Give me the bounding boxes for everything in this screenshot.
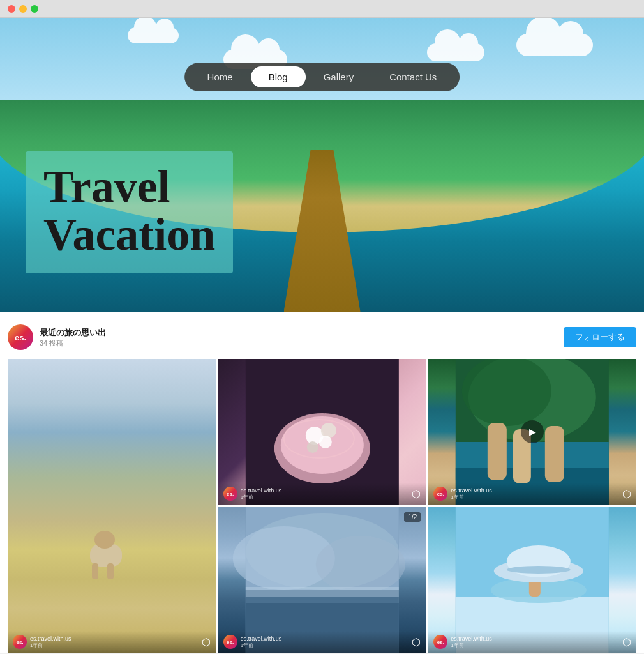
photo-overlay-video: es. es.travel.with.us 1年前 ⬡ — [428, 483, 636, 505]
photo-overlay-sky: es. es.travel.with.us 1年前 ⬡ — [218, 631, 426, 653]
overlay-info-video: es.travel.with.us 1年前 — [451, 487, 492, 501]
instagram-icon-hat: ⬡ — [622, 636, 631, 648]
dog-head — [94, 531, 115, 549]
hero-title-box: Travel Vacation — [26, 151, 233, 273]
overlay-left-dog: es. es.travel.with.us 1年前 — [13, 635, 71, 649]
dog-leg-right — [107, 563, 114, 579]
cloud-1 — [516, 34, 593, 56]
profile-posts-count: 34 投稿 — [40, 338, 106, 348]
svg-point-5 — [318, 436, 331, 448]
dog-leg-left — [92, 563, 98, 579]
cloud-3 — [128, 27, 179, 43]
overlay-left-hat: es. es.travel.with.us 1年前 — [433, 635, 492, 649]
photo-overlay-dog: es. es.travel.with.us 1年前 ⬡ — [8, 631, 216, 653]
photo-item-video[interactable]: ▶ es. es.travel.with.us 1年前 ⬡ — [428, 359, 636, 505]
overlay-left-sky: es. es.travel.with.us 1年前 — [223, 635, 282, 649]
navigation-bar: Home Blog Gallery Contact Us — [184, 63, 460, 91]
overlay-username-hat: es.travel.with.us — [451, 635, 492, 642]
profile-info: 最近の旅の思い出 34 投稿 — [40, 327, 106, 348]
nav-blog[interactable]: Blog — [251, 66, 306, 87]
svg-point-20 — [315, 536, 405, 593]
play-button[interactable]: ▶ — [521, 420, 544, 443]
social-header: es. 最近の旅の思い出 34 投稿 フォローする — [8, 322, 636, 359]
svg-point-4 — [320, 423, 336, 438]
photo-item-dog[interactable]: es. es.travel.with.us 1年前 ⬡ — [8, 359, 216, 653]
overlay-time-food: 1年前 — [241, 494, 282, 501]
overlay-info-food: es.travel.with.us 1年前 — [241, 487, 282, 501]
hero-section: Home Blog Gallery Contact Us Travel Vaca… — [0, 18, 644, 312]
cloud-2 — [427, 43, 484, 61]
overlay-username-video: es.travel.with.us — [451, 487, 492, 494]
overlay-time-hat: 1年前 — [451, 642, 492, 649]
minimize-dot[interactable] — [19, 5, 27, 13]
browser-chrome — [0, 0, 644, 18]
nav-gallery[interactable]: Gallery — [306, 66, 372, 87]
instagram-icon-food: ⬡ — [412, 488, 421, 500]
overlay-left-food: es. es.travel.with.us 1年前 — [223, 487, 282, 501]
photo-overlay-hat: es. es.travel.with.us 1年前 ⬡ — [428, 631, 636, 653]
overlay-info-sky: es.travel.with.us 1年前 — [241, 635, 282, 649]
overlay-avatar-dog: es. — [13, 635, 27, 649]
maximize-dot[interactable] — [31, 5, 38, 13]
svg-rect-15 — [545, 426, 564, 482]
photo-item-sky[interactable]: 1/2 es. es.travel.with.us 1年前 ⬡ — [218, 507, 426, 653]
overlay-username-sky: es.travel.with.us — [241, 635, 282, 642]
social-feed-section: es. 最近の旅の思い出 34 投稿 フォローする — [0, 312, 644, 653]
photo-grid: es. es.travel.with.us 1年前 ⬡ — [8, 359, 636, 653]
overlay-time-sky: 1年前 — [241, 642, 282, 649]
overlay-left-video: es. es.travel.with.us 1年前 — [433, 487, 492, 501]
follow-button[interactable]: フォローする — [564, 327, 636, 347]
overlay-avatar-video: es. — [433, 487, 447, 501]
dog-figure — [80, 509, 131, 579]
svg-rect-23 — [245, 587, 398, 597]
page-content: Home Blog Gallery Contact Us Travel Vaca… — [0, 18, 644, 653]
instagram-icon-video: ⬡ — [622, 488, 631, 500]
svg-rect-13 — [488, 423, 507, 480]
overlay-username-dog: es.travel.with.us — [30, 635, 71, 642]
overlay-time-dog: 1年前 — [30, 642, 71, 649]
hero-title-text: Travel Vacation — [43, 163, 215, 259]
instagram-icon-sky: ⬡ — [412, 636, 421, 648]
overlay-avatar-food: es. — [223, 487, 237, 501]
photo-item-food[interactable]: es. es.travel.with.us 1年前 ⬡ — [218, 359, 426, 505]
social-profile: es. 最近の旅の思い出 34 投稿 — [8, 324, 106, 350]
photo-item-hat[interactable]: es. es.travel.with.us 1年前 ⬡ — [428, 507, 636, 653]
overlay-username-food: es.travel.with.us — [241, 487, 282, 494]
photo-overlay-food: es. es.travel.with.us 1年前 ⬡ — [218, 483, 426, 505]
overlay-avatar-hat: es. — [433, 635, 447, 649]
svg-point-6 — [306, 441, 318, 453]
photo-badge-pages: 1/2 — [404, 512, 421, 522]
svg-point-10 — [462, 359, 551, 426]
profile-name: 最近の旅の思い出 — [40, 327, 106, 338]
overlay-info-dog: es.travel.with.us 1年前 — [30, 635, 71, 649]
close-dot[interactable] — [8, 5, 15, 13]
nav-home[interactable]: Home — [190, 66, 251, 87]
beach-dog-image — [8, 359, 216, 653]
profile-avatar: es. — [8, 324, 33, 350]
instagram-icon-dog: ⬡ — [202, 636, 211, 648]
overlay-time-video: 1年前 — [451, 494, 492, 501]
overlay-avatar-sky: es. — [223, 635, 237, 649]
svg-point-31 — [507, 566, 571, 574]
nav-contact[interactable]: Contact Us — [371, 66, 454, 87]
overlay-info-hat: es.travel.with.us 1年前 — [451, 635, 492, 649]
